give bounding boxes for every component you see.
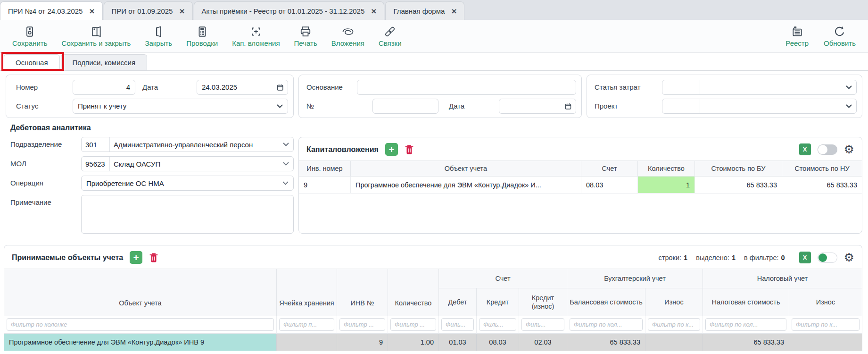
column-header[interactable]: Счет [581,160,638,177]
filter-object-input[interactable] [7,318,274,331]
filter-balance-input[interactable] [570,318,643,331]
tab-document-pri4[interactable]: ПРИ №4 от 24.03.2025 × [0,1,103,20]
column-header-inv[interactable]: ИНВ № [337,269,388,316]
gear-icon[interactable]: ⚙ [844,252,854,263]
column-header-credit[interactable]: Кредит [477,288,519,316]
filter-toggle[interactable] [818,144,837,155]
close-button[interactable]: Закрыть [145,25,172,47]
operation-select[interactable]: Приобретение ОС НМА [81,176,294,191]
add-row-button[interactable]: + [130,251,142,264]
column-header-debit[interactable]: Дебет [439,288,477,316]
project-select[interactable] [662,99,857,114]
filter-iznos-bu-input[interactable] [648,318,700,331]
subtab-label: Подписи, комиссия [73,59,136,67]
status-select[interactable]: Принят к учету [73,99,288,114]
row-cell-debit[interactable]: 01.03 [439,334,477,351]
filter-toggle[interactable] [818,253,837,263]
toolbar-label: Обновить [824,39,856,47]
filter-tax-input[interactable] [705,318,786,331]
cell-cost-nu[interactable]: 65 833.33 [782,177,862,194]
capital-investments-panel: Капиталовложения + X ⚙ Инв. номер Объект… [298,137,862,234]
status-label: Статус [11,102,73,110]
tab-label: ПРИ от 01.09.2025 [112,7,173,15]
delete-row-button[interactable] [149,253,158,263]
column-header-iznos-nu[interactable]: Износ [789,288,862,316]
plus-icon: + [389,144,394,154]
gear-icon[interactable]: ⚙ [844,143,854,155]
column-header[interactable]: Стоимость по БУ [695,160,782,177]
cell-cost-bu[interactable]: 65 833.33 [695,177,782,194]
paperclip-icon [341,25,355,38]
number-input[interactable] [73,80,135,95]
postings-button[interactable]: Проводки [186,25,218,47]
row-cell-balance[interactable]: 65 833.33 [567,334,645,351]
tab-document-pri[interactable]: ПРИ от 01.09.2025 × [104,1,193,20]
filter-qty-input[interactable] [390,318,436,331]
column-header[interactable]: Стоимость по НУ [782,160,862,177]
cost-item-select[interactable] [662,80,857,95]
close-icon[interactable]: × [89,7,94,16]
row-cell-object[interactable]: Программное обеспечение для ЭВМ «Контур.… [4,334,277,351]
close-icon[interactable]: × [179,7,184,16]
row-cell-tax[interactable]: 65 833.33 [703,334,789,351]
basis-number-input[interactable] [372,99,438,114]
tab-main-form[interactable]: Главная форма × [385,1,464,20]
column-header[interactable]: Количество [638,160,695,177]
attachments-button[interactable]: Вложения [331,25,364,47]
column-header-object[interactable]: Объект учета [4,269,277,316]
cell-quantity[interactable]: 1 [638,177,695,194]
excel-export-button[interactable]: X [799,252,811,263]
column-header[interactable]: Объект учета [351,160,581,177]
column-header-iznos-bu[interactable]: Износ [645,288,703,316]
tab-osnovnaya[interactable]: Основная [4,54,60,70]
date-value-input[interactable] [202,83,276,91]
capital-investments-button[interactable]: Кап. вложения [232,25,280,47]
close-icon[interactable]: × [371,7,376,16]
row-cell-credit-iznos[interactable]: 02.03 [519,334,567,351]
filter-debit-input[interactable] [441,318,474,331]
row-cell-storage[interactable] [277,334,337,351]
delete-row-button[interactable] [405,144,414,155]
filter-iznos-nu-input[interactable] [792,318,860,331]
save-and-close-button[interactable]: Сохранить и закрыть [62,25,131,47]
excel-export-button[interactable]: X [799,143,811,155]
registry-button[interactable]: Реестр [785,25,809,47]
save-button[interactable]: Сохранить [12,25,48,47]
date-input[interactable] [197,80,288,95]
tab-registry[interactable]: Акты приёмки - Реестр от 01.01.2025 - 31… [194,1,385,20]
column-header-qty[interactable]: Количество [388,269,439,316]
filter-inv-input[interactable] [339,318,385,331]
mol-label: МОЛ [6,156,81,168]
column-header-storage-cell[interactable]: Ячейка хранения [277,269,337,316]
row-cell-credit[interactable]: 08.03 [477,334,519,351]
row-cell-inv[interactable]: 9 [337,334,388,351]
column-header-tax-cost[interactable]: Налоговая стоимость [703,288,789,316]
row-cell-iznos-nu[interactable] [789,334,862,351]
filter-cell-input[interactable] [279,318,334,331]
filter-credit-iznos-input[interactable] [521,318,564,331]
chevron-down-icon [846,85,852,89]
cell-account[interactable]: 08.03 [581,177,638,194]
department-select[interactable]: 301 Административно-управленческий персо… [81,137,294,152]
column-header[interactable]: Инв. номер [299,160,351,177]
cell-object[interactable]: Программное обеспечение для ЭВМ «Контур.… [351,177,581,194]
toolbar-label: Реестр [785,39,809,47]
print-button[interactable]: Печать [294,25,317,47]
column-header-credit-iznos[interactable]: Кредит (износ) [519,288,567,316]
row-cell-iznos-bu[interactable] [645,334,703,351]
toolbar-label: Кап. вложения [232,39,280,47]
tab-podpisi-komissiya[interactable]: Подписи, комиссия [61,54,148,70]
note-textarea[interactable] [81,195,294,234]
add-row-button[interactable]: + [385,143,398,156]
mol-select[interactable]: 95623 Склад ОАСУП [81,156,294,171]
column-header-balance[interactable]: Балансовая стоимость [567,288,645,316]
basis-date-input[interactable] [499,99,576,114]
cell-inv-number[interactable]: 9 [299,177,351,194]
basis-input[interactable] [357,80,576,95]
links-button[interactable]: Связки [379,25,402,47]
refresh-button[interactable]: Обновить [824,25,856,47]
row-cell-qty[interactable]: 1.00 [388,334,439,351]
filter-credit-input[interactable] [479,318,516,331]
close-icon[interactable]: × [451,7,456,16]
basis-date-value-input[interactable] [504,102,564,110]
